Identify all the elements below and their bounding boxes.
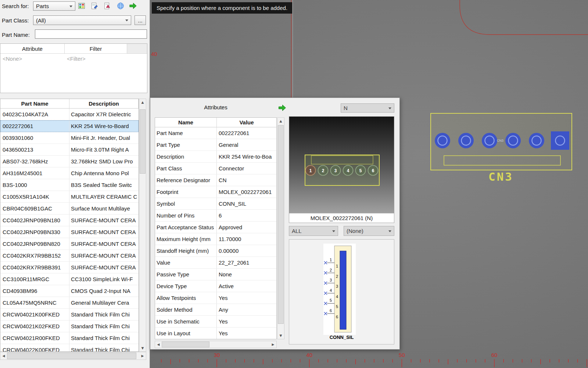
scroll-right-icon[interactable]: ▶ <box>270 341 276 348</box>
part-row[interactable]: CC0402JRNP09BN180 SURFACE-MOUNT CERA <box>0 215 139 226</box>
description-column-header[interactable]: Description <box>69 99 139 108</box>
part-name-cell[interactable]: CD4093BM96 <box>0 285 69 297</box>
attribute-name-cell[interactable]: Value <box>155 257 217 268</box>
attribute-row[interactable]: Number of Pins 6 <box>155 210 276 222</box>
scroll-down-icon[interactable]: ▼ <box>277 332 284 339</box>
symbol-preview[interactable]: 112233445566 CONN_SIL <box>289 239 394 344</box>
part-description-cell[interactable]: Standard Thick Film Chi <box>69 321 139 332</box>
part-name-column-header[interactable]: Part Name <box>0 99 69 108</box>
attribute-row[interactable]: Description KKR 254 Wire-to-Boa <box>155 151 276 163</box>
attributes-hscrollbar[interactable]: ◀ ▶ <box>155 341 277 348</box>
part-name-cell[interactable]: CC0402KRX7R9BB391 <box>0 262 69 273</box>
part-class-dropdown[interactable]: (All) <box>33 15 131 25</box>
attribute-row[interactable]: Part Acceptance Status Approved <box>155 222 276 233</box>
part-description-cell[interactable]: SURFACE-MOUNT CERA <box>69 262 139 273</box>
part-description-cell[interactable]: Surface Mount Multilaye <box>69 203 139 214</box>
attribute-name-cell[interactable]: Description <box>155 151 217 162</box>
part-name-cell[interactable]: CL05A475MQ5NRNC <box>0 297 69 308</box>
part-name-cell[interactable]: CC0402JRNP09BN180 <box>0 215 69 226</box>
part-row[interactable]: 04023C104KAT2A Capacitor X7R Dielectric <box>0 109 139 120</box>
part-description-cell[interactable]: Micro-Fit 3.0TM Right A <box>69 144 139 155</box>
attribute-name-cell[interactable]: Symbol <box>155 198 217 209</box>
part-name-cell[interactable]: 04023C104KAT2A <box>0 109 69 120</box>
attribute-row[interactable]: Footprint MOLEX_0022272061 <box>155 186 276 198</box>
part-description-cell[interactable]: SURFACE-MOUNT CERA <box>69 215 139 226</box>
part-name-cell[interactable]: C1005X5R1A104K <box>0 191 69 202</box>
attribute-value-cell[interactable]: 6 <box>217 210 276 221</box>
attribute-name-cell[interactable]: Reference Designator <box>155 174 217 186</box>
part-row[interactable]: ABS07-32.768kHz 32.768kHz SMD Low Pro <box>0 156 139 167</box>
attribute-name-cell[interactable]: Part Type <box>155 139 217 151</box>
part-row[interactable]: CC0402JRNP09BN330 SURFACE-MOUNT CERA <box>0 226 139 238</box>
place-part-arrow-button[interactable] <box>277 103 288 112</box>
attribute-name-cell[interactable]: Device Type <box>155 280 217 292</box>
attribute-row[interactable]: Solder Method Any <box>155 304 276 316</box>
attribute-value-cell[interactable]: 11.70000 <box>217 233 276 245</box>
attribute-name-cell[interactable]: Number of Pins <box>155 210 217 221</box>
attribute-row[interactable]: Device Type Active <box>155 280 276 292</box>
part-description-cell[interactable]: Standard Thick Film Chi <box>69 332 139 344</box>
part-description-cell[interactable]: SURFACE-MOUNT CERA <box>69 226 139 238</box>
attribute-value-cell[interactable]: Active <box>217 280 276 292</box>
attribute-value-cell[interactable]: General <box>217 139 276 151</box>
attribute-name-cell[interactable]: Solder Method <box>155 304 217 315</box>
attribute-value-cell[interactable]: Yes <box>217 292 276 304</box>
scroll-left-icon[interactable]: ◀ <box>155 341 162 348</box>
part-name-cell[interactable]: 0436500213 <box>0 144 69 155</box>
attribute-row[interactable]: Use in Schematic Yes <box>155 316 276 328</box>
part-row[interactable]: 0039301060 Mini-Fit Jr. Header, Dual <box>0 132 139 144</box>
part-name-cell[interactable]: B3S-1000 <box>0 179 69 191</box>
part-row[interactable]: CC0402JRNP09BN820 SURFACE-MOUNT CERA <box>0 238 139 250</box>
part-row[interactable]: CBR04C609B1GAC Surface Mount Multilaye <box>0 203 139 215</box>
part-description-cell[interactable]: SURFACE-MOUNT CERA <box>69 238 139 250</box>
attribute-value-cell[interactable]: CN <box>217 174 276 186</box>
part-name-cell[interactable]: CC0402JRNP09BN330 <box>0 226 69 238</box>
parts-hscrollbar[interactable]: ◀ ▶ <box>0 352 146 360</box>
edit-document-icon[interactable] <box>90 1 99 10</box>
footprint-preview-canvas[interactable]: 123456 <box>289 117 394 213</box>
part-row[interactable]: CRCW04021K02FKED Standard Thick Film Chi <box>0 321 139 332</box>
part-description-cell[interactable]: MULTILAYER CERAMIC C <box>69 191 139 202</box>
attribute-value-cell[interactable]: Any <box>217 304 276 315</box>
part-name-cell[interactable]: CC3100R11MRGC <box>0 273 69 285</box>
attribute-row[interactable]: Reference Designator CN <box>155 174 276 186</box>
attribute-value-cell[interactable]: 0022272061 <box>217 127 276 139</box>
part-name-cell[interactable]: CRCW04022K00FKED <box>0 344 69 352</box>
part-name-input[interactable] <box>35 29 147 39</box>
part-name-cell[interactable]: CC0402JRNP09BN820 <box>0 238 69 250</box>
part-description-cell[interactable]: General Multilayer Cera <box>69 297 139 308</box>
attribute-value-cell[interactable]: CONN_SIL <box>217 198 276 209</box>
attribute-row[interactable]: Part Name 0022272061 <box>155 127 276 139</box>
scroll-down-icon[interactable]: ▼ <box>139 345 146 351</box>
globe-icon[interactable] <box>116 1 125 10</box>
attributes-hscroll-thumb[interactable] <box>162 342 209 347</box>
scroll-right-icon[interactable]: ▶ <box>139 352 146 360</box>
attribute-value-cell[interactable]: Yes <box>217 316 276 327</box>
attribute-row[interactable]: Use in Layout Yes <box>155 328 276 339</box>
apply-arrow-icon[interactable] <box>129 1 138 10</box>
part-description-cell[interactable]: CMOS Quad 2-Input NA <box>69 285 139 297</box>
attribute-row[interactable]: Standoff Height (mm) 0.00000 <box>155 245 276 257</box>
browse-class-button[interactable]: ... <box>135 15 146 25</box>
part-row[interactable]: AH316M245001 Chip Antenna Mono Pol <box>0 167 139 179</box>
attribute-name-cell[interactable]: Use in Layout <box>155 328 217 339</box>
part-row[interactable]: 0436500213 Micro-Fit 3.0TM Right A <box>0 144 139 156</box>
part-description-cell[interactable]: SURFACE-MOUNT CERA <box>69 250 139 261</box>
attribute-row[interactable]: Allow Testpoints Yes <box>155 292 276 304</box>
scroll-left-icon[interactable]: ◀ <box>0 352 7 360</box>
attribute-value-cell[interactable]: MOLEX_0022272061 <box>217 186 276 198</box>
part-description-cell[interactable]: Mini-Fit Jr. Header, Dual <box>69 132 139 144</box>
attribute-value-cell[interactable]: Approved <box>217 222 276 233</box>
part-row[interactable]: CRCW04021R00FKED Standard Thick Film Chi <box>0 332 139 344</box>
attribute-name-cell[interactable]: Footprint <box>155 186 217 198</box>
attribute-name-cell[interactable]: Standoff Height (mm) <box>155 245 217 256</box>
part-description-cell[interactable]: CC3100 SimpleLink Wi-F <box>69 273 139 285</box>
symbol-filter-dropdown[interactable]: (None) <box>344 226 394 236</box>
filter-row[interactable]: <None> <Filter> <box>0 54 147 63</box>
attribute-value-cell[interactable]: Yes <box>217 328 276 339</box>
scroll-up-icon[interactable]: ▲ <box>139 99 146 106</box>
document-part-icon[interactable] <box>103 1 112 10</box>
part-name-cell[interactable]: ABS07-32.768kHz <box>0 156 69 167</box>
part-name-cell[interactable]: CBR04C609B1GAC <box>0 203 69 214</box>
part-description-cell[interactable]: 32.768kHz SMD Low Pro <box>69 156 139 167</box>
